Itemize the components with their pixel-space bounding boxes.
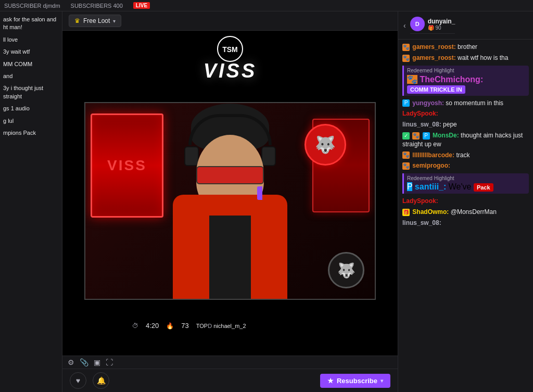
message-text: @MonsDerrMan — [451, 208, 497, 216]
sub-count-value: 90 — [435, 25, 441, 31]
layout-icon[interactable]: ▣ — [94, 358, 100, 366]
chat-header: ‹ D dunyain_ 🎁 90 — [398, 11, 533, 40]
username: yungyosh: — [412, 99, 444, 107]
comm-trickle-text: COMM TRICKLE IN — [407, 85, 465, 94]
list-item: 🐾 gamers_roost: brother — [402, 43, 529, 52]
list-item: MM COMM — [3, 60, 59, 68]
live-badge: LIVE — [133, 2, 150, 9]
list-item: 🐾 lllllllllbarcode: track — [402, 151, 529, 160]
video-wrapper: TSM VISS VISS 🐺 — [62, 31, 398, 356]
paw-badge: 🐾 — [402, 151, 410, 159]
resub-label: Resubscribe — [337, 377, 377, 385]
jacket-inner — [209, 216, 251, 299]
list-item: ✓ 🐾 P MonsDe: thought aim hacks just str… — [402, 131, 529, 149]
list-item: gs 1 audio — [3, 105, 59, 112]
bottom-left-actions: ♥ 🔔 — [70, 372, 109, 389]
hype-icon: 🔥 — [166, 322, 174, 330]
notification-dot — [257, 186, 262, 200]
bottom-bar: ♥ 🔔 ★ Resubscribe ▾ — [62, 369, 398, 392]
username: LadySpook: — [402, 110, 438, 117]
subscriber-2: SUBSCRIBERS 400 — [71, 3, 123, 9]
featured-user: D dunyain_ 🎁 90 — [410, 15, 455, 34]
gift-icon: 🎁 — [428, 25, 434, 31]
star-icon: ★ — [327, 377, 334, 385]
top-bar: SUBSCRIBER djmdm SUBSCRIBERS 400 LIVE — [0, 0, 533, 11]
paw-badge: 🐾 — [412, 132, 420, 140]
highlight-text: Pack — [474, 183, 493, 192]
sub-count: 🎁 90 — [428, 25, 455, 31]
prime-badge: P — [423, 132, 430, 140]
list-item: Redeemed Highlight 🐾 TheChmichong: COMM … — [402, 66, 529, 96]
video-overlay-controls: ⏱ 4:20 🔥 73 TOPD nichael_m_2 — [125, 322, 398, 330]
free-loot-button[interactable]: ♛ Free Loot ▾ — [69, 15, 121, 27]
video-controls-bar: ⚙ 📎 ▣ ⛶ — [62, 356, 398, 369]
stream-timer: 4:20 — [146, 322, 159, 330]
username: linus_sw_08: — [402, 219, 441, 226]
redeemed-label: Redeemed Highlight — [407, 175, 526, 181]
message-text: track — [456, 151, 469, 159]
top-gifter-label: TOPD nichael_m_2 — [196, 323, 246, 329]
fullscreen-icon[interactable]: ⛶ — [106, 358, 113, 366]
list-item: 3y wait wtf — [3, 48, 59, 56]
list-item: 🎁 ShadOwmo: @MonsDerrMan — [402, 208, 529, 217]
username: semiprogoo: — [412, 162, 450, 169]
headphone-left — [184, 146, 199, 166]
username: LadySpook: — [402, 197, 438, 205]
paw-badge: 🐾 — [402, 162, 410, 170]
paw-badge: 🐾 — [407, 75, 417, 84]
left-chat-panel: ask for the salon and ht man! ll love 3y… — [0, 11, 62, 392]
gift-badge: 🎁 — [402, 209, 410, 216]
timer-icon: ⏱ — [132, 322, 138, 330]
list-item: 🐾 gamers_roost: wait wtf how is tha — [402, 54, 529, 62]
username: ShadOwmo: — [412, 208, 449, 216]
crown-icon: ♛ — [74, 17, 80, 24]
username: linus_sw_08: — [402, 121, 441, 128]
center-content: ♛ Free Loot ▾ TSM VISS VISS 🐺 — [62, 11, 398, 392]
streamer-figure — [152, 106, 308, 299]
list-item: ll love — [3, 36, 59, 44]
list-item: linus_sw_08: — [402, 219, 529, 227]
list-item: Redeemed Highlight P santiii_: We've Pac… — [402, 173, 529, 194]
message-text: brother — [458, 43, 477, 50]
heart-button[interactable]: ♥ — [70, 372, 86, 389]
paw-badge: 🐾 — [402, 44, 410, 51]
username: TheChmichong: — [420, 75, 483, 84]
message-text: We've — [449, 182, 474, 191]
avatar: D — [410, 17, 425, 31]
list-item: g lul — [3, 117, 59, 125]
tsm-logo-icon: TSM — [217, 36, 243, 62]
username: santiii_: — [415, 182, 446, 191]
main-layout: ask for the salon and ht man! ll love 3y… — [0, 11, 533, 392]
chevron-down-icon: ▾ — [113, 18, 116, 24]
video-left-controls: ⚙ 📎 ▣ ⛶ — [68, 358, 113, 366]
streamer-sunglasses — [196, 166, 264, 184]
list-item: LadySpook: — [402, 109, 529, 118]
prime-badge: P — [402, 99, 410, 107]
wolf-watermark-icon: 🐺 — [328, 252, 364, 288]
bell-button[interactable]: 🔔 — [93, 372, 109, 389]
video-frame[interactable]: VISS 🐺 🐺 — [84, 102, 376, 300]
list-item: LadySpook: — [402, 197, 529, 206]
list-item: P yungyosh: so momentum in this — [402, 99, 529, 108]
wolf-logo-background: 🐺 — [304, 124, 346, 166]
check-badge: ✓ — [402, 132, 410, 140]
username: MonsDe: — [433, 132, 459, 139]
list-item: 🐾 semiprogoo: — [402, 161, 529, 170]
message-text: thought aim hacks just straight up ew — [402, 132, 523, 148]
message-text: wait wtf how is tha — [458, 54, 508, 61]
hype-count: 73 — [181, 322, 188, 330]
resub-chevron-icon: ▾ — [380, 378, 383, 384]
resubscribe-button[interactable]: ★ Resubscribe ▾ — [320, 374, 390, 388]
list-item: ask for the salon and ht man! — [3, 16, 59, 32]
collapse-chat-button[interactable]: ‹ — [403, 21, 406, 30]
stream-logo-area: TSM VISS — [62, 36, 398, 82]
streamer-jacket — [173, 195, 287, 299]
redeemed-label: Redeemed Highlight — [407, 68, 526, 73]
headphone-right — [261, 146, 276, 166]
svg-point-0 — [218, 36, 243, 61]
username: lllllllllbarcode: — [412, 151, 454, 159]
svg-text:TSM: TSM — [222, 45, 238, 54]
settings-icon[interactable]: ⚙ — [68, 358, 74, 366]
list-item: and — [3, 72, 59, 80]
clip-icon[interactable]: 📎 — [80, 358, 88, 366]
